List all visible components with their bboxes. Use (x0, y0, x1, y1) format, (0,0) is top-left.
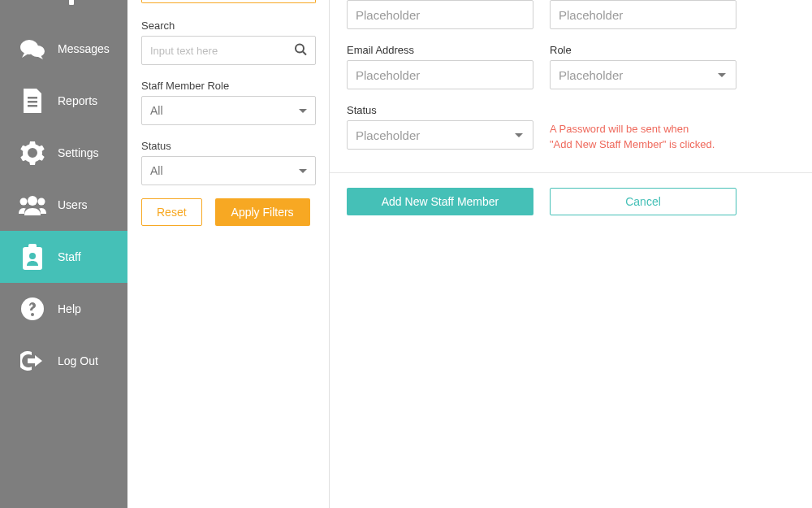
input-placeholder: Placeholder (559, 8, 623, 22)
status-label: Status (141, 140, 316, 152)
firstname-input[interactable]: Placeholder (347, 0, 533, 29)
sidebar-item-label: Staff (58, 250, 81, 263)
svg-rect-4 (28, 97, 37, 99)
filter-panel: Search Staff Member Role All Status All … (128, 0, 330, 508)
select-placeholder: Placeholder (559, 68, 623, 82)
password-note-line1: A Password will be sent when (550, 123, 689, 135)
search-input-field[interactable] (150, 45, 307, 57)
staff-form: Placeholder Placeholder Email Address Pl… (330, 0, 812, 508)
sidebar-item-label: Settings (58, 146, 99, 159)
sidebar-item-partial (0, 0, 127, 16)
status-select[interactable]: All (141, 156, 316, 185)
add-staff-button[interactable]: Add New Staff Member (347, 188, 533, 215)
sidebar-item-messages[interactable]: Messages (0, 23, 127, 75)
chevron-down-icon (299, 169, 307, 173)
sidebar: Messages Reports Settings Users Staff He… (0, 0, 127, 508)
sidebar-item-label: Users (58, 198, 88, 211)
sidebar-item-label: Help (58, 302, 81, 315)
email-label: Email Address (347, 44, 533, 56)
svg-point-1 (30, 46, 45, 57)
svg-point-7 (29, 150, 36, 156)
role-label: Staff Member Role (141, 80, 316, 92)
reports-icon (19, 88, 46, 114)
messages-icon (19, 36, 46, 62)
logout-icon (19, 348, 46, 374)
sidebar-item-reports[interactable]: Reports (0, 75, 127, 127)
chevron-down-icon (515, 133, 523, 137)
sidebar-item-staff[interactable]: Staff (0, 231, 127, 283)
reset-button[interactable]: Reset (141, 198, 202, 226)
sidebar-item-label: Reports (58, 94, 97, 107)
sidebar-item-label: Log Out (58, 354, 98, 367)
users-icon (19, 192, 46, 218)
search-input[interactable] (141, 36, 316, 65)
staff-icon (19, 244, 46, 270)
svg-point-9 (20, 198, 28, 206)
status-label-form: Status (347, 104, 533, 116)
role-select[interactable]: All (141, 96, 316, 125)
input-placeholder: Placeholder (356, 8, 420, 22)
svg-rect-12 (28, 244, 37, 250)
svg-point-13 (29, 253, 36, 259)
chevron-down-icon (299, 109, 307, 113)
lastname-input[interactable]: Placeholder (550, 0, 736, 29)
search-label: Search (141, 20, 316, 32)
svg-point-10 (38, 198, 45, 206)
sidebar-item-label: Messages (58, 42, 110, 55)
svg-point-8 (28, 196, 37, 206)
sidebar-item-settings[interactable]: Settings (0, 127, 127, 179)
password-note: A Password will be sent when "Add New St… (550, 120, 736, 153)
sidebar-item-logout[interactable]: Log Out (0, 335, 127, 387)
select-placeholder: Placeholder (356, 128, 420, 142)
help-icon (19, 296, 46, 322)
svg-line-17 (303, 52, 306, 55)
status-select-form[interactable]: Placeholder (347, 120, 533, 150)
search-icon (294, 43, 307, 59)
chevron-down-icon (718, 73, 726, 77)
svg-rect-5 (28, 101, 37, 103)
apply-filters-button[interactable]: Apply Filters (215, 198, 310, 226)
email-input[interactable]: Placeholder (347, 60, 533, 89)
svg-point-15 (31, 313, 34, 316)
svg-marker-2 (22, 53, 28, 58)
sidebar-item-users[interactable]: Users (0, 179, 127, 231)
role-select-form[interactable]: Placeholder (550, 60, 736, 89)
password-note-line2: "Add New Staff Member" is clicked. (550, 138, 715, 150)
role-label-form: Role (550, 44, 736, 56)
status-select-value: All (150, 164, 299, 177)
gear-icon (19, 140, 46, 166)
sidebar-item-help[interactable]: Help (0, 283, 127, 335)
svg-point-16 (296, 45, 304, 53)
previous-field-bottom-edge (141, 0, 316, 3)
input-placeholder: Placeholder (356, 68, 420, 82)
cancel-button[interactable]: Cancel (550, 188, 736, 215)
svg-rect-6 (28, 105, 37, 107)
role-select-value: All (150, 104, 299, 117)
